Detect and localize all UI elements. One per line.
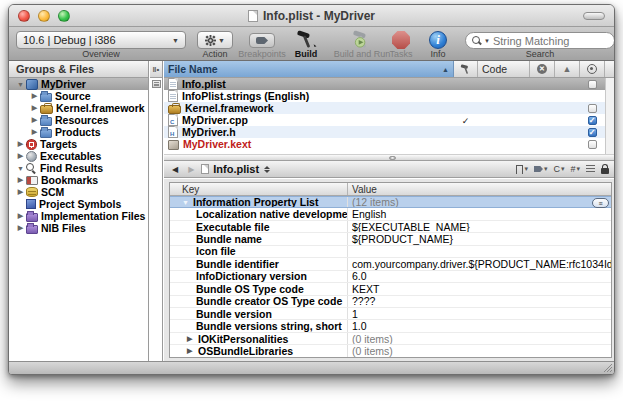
search-field[interactable]: ▼ — [465, 32, 615, 49]
disclosure-closed-icon[interactable]: ▶ — [15, 176, 26, 184]
search-input[interactable] — [493, 35, 603, 47]
plist-value[interactable]: 6.0 — [348, 271, 611, 282]
disclosure-closed-icon[interactable]: ▶ — [15, 140, 26, 148]
plist-row-infodictionary-version[interactable]: InfoDictionary version 6.0 — [170, 271, 611, 283]
sidebar-item-bookmarks[interactable]: ▶ Bookmarks — [9, 174, 148, 186]
column-header-build[interactable] — [454, 61, 478, 77]
target-checkbox[interactable]: ✓ — [588, 116, 597, 125]
plist-row-iokit-personalities[interactable]: ▶IOKitPersonalities (0 items) — [170, 333, 611, 345]
disclosure-closed-icon[interactable]: ▶ — [15, 152, 26, 160]
disclosure-open-icon[interactable]: ▼ — [182, 199, 191, 206]
column-header-target[interactable] — [580, 61, 605, 77]
column-header-file-name[interactable]: File Name ▲ — [164, 61, 454, 77]
history-back-button[interactable]: ◀ — [169, 165, 181, 174]
sidebar-item-resources[interactable]: ▶ Resources — [9, 114, 148, 126]
target-checkbox[interactable] — [588, 140, 597, 149]
plist-row-executable-file[interactable]: Executable file ${EXECUTABLE_NAME} — [170, 221, 611, 233]
history-forward-button[interactable]: ▶ — [185, 165, 197, 174]
title-bar[interactable]: Info.plist - MyDriver — [9, 5, 614, 27]
disclosure-closed-icon[interactable]: ▶ — [29, 128, 40, 136]
sidebar-item-executables[interactable]: ▶ Executables — [9, 150, 148, 162]
disclosure-closed-icon[interactable]: ▶ — [15, 212, 26, 220]
disclosure-closed-icon[interactable]: ▶ — [29, 92, 40, 100]
sidebar-splitter-strip[interactable]: ‖• — [150, 61, 163, 361]
plist-row-bundle-creator[interactable]: Bundle creator OS Type code ???? — [170, 296, 611, 308]
symbols-menu-button[interactable]: #▾ — [570, 164, 580, 174]
plist-value[interactable]: English — [348, 208, 611, 219]
plist-row-bundle-identifier[interactable]: Bundle identifier com.yourcompany.driver… — [170, 258, 611, 270]
sidebar-item-find-results[interactable]: ▼ Find Results — [9, 162, 148, 174]
file-row-info-plist[interactable]: Info.plist — [164, 78, 614, 90]
plist-row-icon-file[interactable]: Icon file — [170, 246, 611, 258]
bookmarks-menu-button[interactable]: ▾ — [516, 165, 528, 174]
sidebar-item-targets[interactable]: ▶ Targets — [9, 138, 148, 150]
splitter-grip-icon[interactable]: ‖• — [150, 61, 162, 78]
sidebar-item-scm[interactable]: ▶ SCM — [9, 186, 148, 198]
build-hammer-icon[interactable] — [294, 30, 318, 49]
file-row-mydriver-kext[interactable]: MyDriver.kext — [164, 138, 614, 150]
minimize-window-button[interactable] — [38, 10, 50, 22]
sidebar-item-mydriver[interactable]: ▼ MyDriver — [9, 78, 148, 90]
plist-value[interactable]: 1 — [348, 308, 611, 319]
sidebar-item-implementation-files[interactable]: ▶ Implementation Files — [9, 210, 148, 222]
plist-value[interactable]: 1.0 — [348, 320, 611, 331]
breakpoints-menu-button[interactable]: ▾ — [534, 165, 548, 173]
plist-value[interactable] — [348, 246, 611, 257]
plist-key-column-header[interactable]: Key — [170, 183, 348, 195]
column-header-errors[interactable]: ✕ — [530, 61, 555, 77]
plist-value[interactable]: KEXT — [348, 283, 611, 294]
column-header-code[interactable]: Code — [478, 61, 530, 77]
file-row-mydriver-cpp[interactable]: CMyDriver.cpp ✓ ✓ — [164, 114, 614, 126]
sidebar-item-kernel-framework[interactable]: ▶ Kernel.framework — [9, 102, 148, 114]
plist-row-bundle-os-type[interactable]: Bundle OS Type code KEXT — [170, 283, 611, 295]
file-row-kernel-framework[interactable]: Kernel.framework — [164, 102, 614, 114]
counterpart-button[interactable]: C▾ — [553, 164, 564, 174]
disclosure-closed-icon[interactable]: ▶ — [15, 188, 26, 196]
info-icon[interactable]: i — [429, 31, 447, 49]
sidebar-item-project-symbols[interactable]: Project Symbols — [9, 198, 148, 210]
grouping-button[interactable] — [586, 165, 595, 173]
column-header-warnings[interactable]: ▲ — [555, 61, 580, 77]
plist-value[interactable]: ${EXECUTABLE_NAME} — [348, 221, 611, 232]
toolbar-toggle-capsule[interactable] — [583, 12, 605, 20]
plist-row-localization[interactable]: Localization native development re Engli… — [170, 208, 611, 220]
sidebar-item-nib-files[interactable]: ▶ NIB Files — [9, 222, 148, 234]
action-button[interactable]: ▼ — [197, 31, 233, 49]
zoom-window-button[interactable] — [58, 10, 70, 22]
target-checkbox[interactable] — [588, 104, 597, 113]
disclosure-closed-icon[interactable]: ▶ — [187, 335, 196, 343]
lock-button[interactable] — [601, 164, 609, 174]
plist-row-bundle-version[interactable]: Bundle version 1 — [170, 308, 611, 320]
tasks-stop-icon[interactable] — [392, 31, 410, 49]
disclosure-open-icon[interactable]: ▼ — [15, 81, 26, 88]
plist-value[interactable]: ???? — [348, 296, 611, 307]
resize-grip[interactable] — [602, 362, 613, 373]
plist-value[interactable]: com.yourcompany.driver.${PRODUCT_NAME:rf… — [348, 258, 611, 269]
file-list-scrollbar[interactable] — [605, 78, 614, 154]
file-popup[interactable]: Info.plist — [201, 163, 270, 175]
detail-toggle-icon[interactable] — [152, 80, 161, 88]
build-and-run-icon[interactable] — [350, 30, 374, 49]
overview-popup[interactable]: 10.6 | Debug | i386 ▼ — [16, 31, 186, 49]
disclosure-closed-icon[interactable]: ▶ — [29, 116, 40, 124]
sidebar-item-source[interactable]: ▶ Source — [9, 90, 148, 102]
plist-value[interactable]: ${PRODUCT_NAME} — [348, 233, 611, 244]
sidebar-item-products[interactable]: ▶ Products — [9, 126, 148, 138]
close-window-button[interactable] — [18, 10, 30, 22]
disclosure-closed-icon[interactable]: ▶ — [29, 104, 40, 112]
plist-row-osbundle-libraries[interactable]: ▶OSBundleLibraries (0 items) — [170, 345, 611, 357]
file-row-mydriver-h[interactable]: HMyDriver.h ✓ — [164, 126, 614, 138]
plist-row-bundle-version-short[interactable]: Bundle versions string, short 1.0 — [170, 320, 611, 332]
disclosure-open-icon[interactable]: ▼ — [15, 165, 26, 172]
file-row-infoplist-strings[interactable]: InfoPlist.strings (English) — [164, 90, 614, 102]
disclosure-closed-icon[interactable]: ▶ — [187, 347, 196, 355]
document-proxy-icon[interactable] — [248, 10, 258, 22]
plist-value-column-header[interactable]: Value — [348, 183, 611, 195]
target-checkbox[interactable] — [588, 80, 597, 89]
plist-row-information-property-list[interactable]: ▼Information Property List (12 items) ≡ — [170, 196, 611, 208]
breakpoints-icon[interactable] — [249, 33, 275, 48]
disclosure-closed-icon[interactable]: ▶ — [15, 224, 26, 232]
target-checkbox[interactable]: ✓ — [588, 128, 597, 137]
groups-and-files-header[interactable]: Groups & Files — [9, 61, 148, 78]
row-action-button[interactable]: ≡ — [592, 198, 609, 208]
